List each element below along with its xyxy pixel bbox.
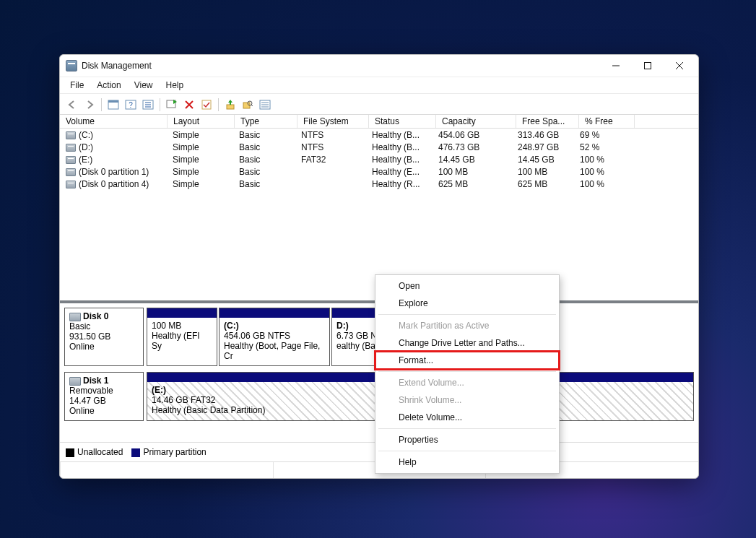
disk-info[interactable]: Disk 1Removable14.47 GBOnline [64,372,144,421]
legend-primary: Primary partition [131,447,206,457]
menu-file[interactable]: File [64,79,90,92]
swatch-unallocated [66,448,74,457]
title-bar[interactable]: Disk Management [60,55,698,77]
ctx-separator [378,314,556,315]
table-row[interactable]: (Disk 0 partition 1)SimpleBasicHealthy (… [60,165,698,178]
check-icon[interactable] [199,97,214,113]
settings-button[interactable] [140,97,156,113]
col-layout[interactable]: Layout [168,115,235,128]
disk-icon [69,377,81,386]
partition[interactable]: 100 MBHealthy (EFI Sy [147,308,217,366]
table-row[interactable]: (D:)SimpleBasicNTFSHealthy (B...476.73 G… [60,141,698,153]
help-button[interactable]: ? [123,97,139,113]
disk-icon [69,313,81,321]
svg-rect-1 [645,63,651,69]
window-title: Disk Management [82,61,600,71]
ctx-explore[interactable]: Explore [375,295,559,312]
table-row[interactable]: (Disk 0 partition 4)SimpleBasicHealthy (… [60,178,698,190]
menu-help[interactable]: Help [160,79,190,92]
toolbar: ? [60,94,698,115]
refresh-button[interactable] [164,97,180,113]
minimize-button[interactable] [600,55,632,77]
partition[interactable]: (C:)454.06 GB NTFSHealthy (Boot, Page Fi… [219,308,330,366]
drive-icon [66,156,76,164]
ctx-shrink: Shrink Volume... [375,391,559,409]
back-button[interactable] [64,97,80,113]
ctx-extend: Extend Volume... [375,374,559,391]
drive-icon [66,181,76,188]
close-button[interactable] [664,55,695,77]
ctx-format[interactable]: Format... [375,352,559,369]
ctx-change-letter[interactable]: Change Drive Letter and Paths... [375,334,559,352]
col-pctfree[interactable]: % Free [579,115,635,128]
toolbar-separator [218,98,219,111]
svg-rect-14 [227,105,234,109]
col-type[interactable]: Type [235,115,297,128]
ctx-open[interactable]: Open [375,277,559,295]
col-status[interactable]: Status [369,115,436,128]
svg-line-17 [251,105,253,106]
toolbar-separator [160,98,160,111]
col-filesystem[interactable]: File System [297,115,369,128]
disk-info[interactable]: Disk 0Basic931.50 GBOnline [64,308,144,366]
table-row[interactable]: (C:)SimpleBasicNTFSHealthy (B...454.06 G… [60,129,698,141]
col-volume[interactable]: Volume [60,115,168,128]
drive-icon [66,144,76,152]
ctx-delete[interactable]: Delete Volume... [375,409,559,426]
find-icon[interactable] [240,97,256,113]
delete-icon[interactable] [181,97,197,113]
ctx-separator [378,371,556,372]
ctx-help[interactable]: Help [375,454,559,471]
show-hide-tree-button[interactable] [105,97,121,113]
ctx-separator [378,451,556,451]
drive-icon [66,131,76,139]
svg-text:?: ? [129,101,133,109]
context-menu[interactable]: Open Explore Mark Partition as Active Ch… [375,274,560,474]
drive-icon [66,168,76,176]
disk-management-window: Disk Management File Action View Help ? [59,54,699,479]
list-view-button[interactable] [257,97,273,113]
maximize-button[interactable] [632,55,664,77]
ctx-properties[interactable]: Properties [375,431,559,448]
upload-icon[interactable] [222,97,238,113]
col-freespace[interactable]: Free Spa... [516,115,579,128]
svg-rect-13 [202,100,211,109]
toolbar-separator [101,98,102,111]
menu-action[interactable]: Action [91,79,126,92]
ctx-mark-active: Mark Partition as Active [375,317,559,334]
table-row[interactable]: (E:)SimpleBasicFAT32Healthy (B...14.45 G… [60,153,698,165]
forward-button[interactable] [82,97,97,113]
swatch-primary [131,448,140,457]
ctx-separator [378,428,556,429]
menu-view[interactable]: View [129,79,159,92]
col-capacity[interactable]: Capacity [436,115,516,128]
app-icon [66,60,77,71]
menu-bar: File Action View Help [60,77,698,94]
desktop-background: Disk Management File Action View Help ? [0,0,756,538]
svg-rect-5 [108,100,118,103]
legend-unallocated: Unallocated [66,447,123,457]
volume-list-header: Volume Layout Type File System Status Ca… [60,115,698,129]
